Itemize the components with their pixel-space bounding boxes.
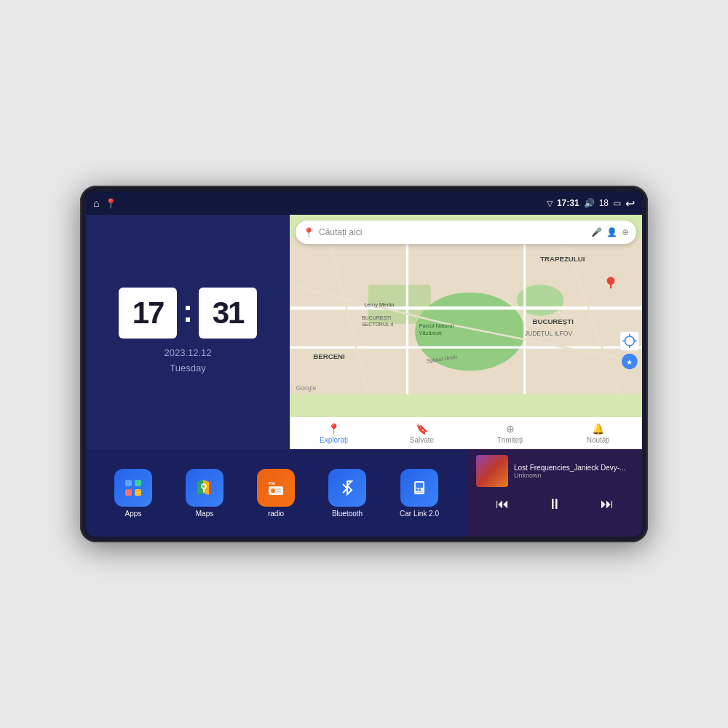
svg-marker-40 (209, 480, 212, 495)
map-nav-saved-label: Salvate (410, 436, 434, 444)
music-next-button[interactable]: ⏭ (595, 494, 620, 515)
car-head-unit: ⌂ 📍 ▽ 17:31 🔊 18 ▭ ↩ 17 : (80, 186, 648, 542)
svg-text:TRAPEZULUI: TRAPEZULUI (540, 255, 585, 263)
music-text: Lost Frequencies_Janieck Devy-... Unknow… (514, 464, 633, 479)
status-time: 17:31 (557, 198, 579, 208)
radio-label: radio (268, 510, 284, 518)
map-nav-explore[interactable]: 📍 Explorați (290, 423, 378, 444)
bottom-section: Apps (86, 449, 642, 537)
radio-icon-bg: FM (257, 469, 295, 507)
map-search-icons: 🎤 👤 ⊕ (591, 227, 629, 237)
clock-colon: : (183, 294, 193, 329)
map-search-placeholder[interactable]: Căutați aici (319, 227, 587, 237)
svg-text:SECTORUL 4: SECTORUL 4 (362, 322, 394, 327)
device-screen: ⌂ 📍 ▽ 17:31 🔊 18 ▭ ↩ 17 : (86, 191, 642, 537)
maps-icon-bg (186, 469, 223, 507)
map-bottom-nav: 📍 Explorați 🔖 Salvate ⊕ Trimiteți 🔔 (290, 417, 642, 449)
svg-rect-33 (125, 480, 132, 486)
clock-hour: 17 (119, 288, 177, 339)
svg-rect-34 (135, 480, 141, 486)
clock-minute: 31 (199, 288, 257, 339)
top-section: 17 : 31 2023.12.12 Tuesday 📍 Căutați aic… (86, 215, 642, 449)
bluetooth-icon-item[interactable]: Bluetooth (328, 469, 366, 518)
map-location-icon: 📍 (303, 227, 314, 238)
battery-icon: ▭ (613, 198, 621, 208)
svg-text:BUCUREȘTI: BUCUREȘTI (532, 317, 574, 325)
map-search-bar[interactable]: 📍 Căutați aici 🎤 👤 ⊕ (296, 221, 636, 244)
svg-text:BUCUREȘTI: BUCUREȘTI (362, 315, 391, 321)
svg-text:BERCENI: BERCENI (313, 352, 345, 360)
status-right: ▽ 17:31 🔊 18 ▭ ↩ (547, 197, 635, 210)
svg-rect-35 (125, 489, 132, 496)
music-play-button[interactable]: ⏸ (542, 493, 568, 515)
clock-display: 17 : 31 (119, 288, 257, 339)
carlink-label: Car Link 2.0 (400, 510, 439, 518)
map-body: TRAPEZULUI BUCUREȘTI JUDEȚUL ILFOV BERCE… (290, 215, 642, 417)
map-widget: 📍 Căutați aici 🎤 👤 ⊕ (290, 215, 642, 449)
clock-date: 2023.12.12 Tuesday (164, 346, 211, 376)
apps-label: Apps (125, 510, 142, 518)
main-content: 17 : 31 2023.12.12 Tuesday 📍 Căutați aic… (86, 215, 642, 537)
svg-text:Google: Google (296, 384, 317, 392)
music-prev-button[interactable]: ⏮ (490, 494, 515, 515)
music-player: Lost Frequencies_Janieck Devy-... Unknow… (467, 449, 642, 537)
volume-icon: 🔊 (584, 198, 595, 208)
home-icon[interactable]: ⌂ (93, 197, 99, 209)
map-nav-send[interactable]: ⊕ Trimiteți (466, 423, 554, 444)
apps-icon-bg (114, 469, 152, 507)
news-icon: 🔔 (592, 423, 604, 435)
svg-point-44 (271, 488, 275, 493)
music-title: Lost Frequencies_Janieck Devy-... (514, 464, 633, 472)
music-info: Lost Frequencies_Janieck Devy-... Unknow… (476, 455, 633, 487)
signal-icon: ▽ (547, 199, 553, 208)
map-nav-news-label: Noutăți (587, 436, 610, 444)
svg-rect-49 (416, 483, 423, 488)
status-bar: ⌂ 📍 ▽ 17:31 🔊 18 ▭ ↩ (86, 191, 642, 215)
svg-text:FM: FM (269, 481, 275, 486)
map-nav-explore-label: Explorați (320, 436, 348, 444)
map-nav-news[interactable]: 🔔 Noutăți (554, 423, 642, 444)
svg-text:Parcul Natural: Parcul Natural (419, 323, 454, 329)
battery-level: 18 (599, 198, 609, 208)
svg-rect-36 (135, 489, 141, 496)
svg-rect-52 (416, 491, 423, 493)
svg-rect-50 (416, 488, 418, 491)
bluetooth-icon-bg (328, 469, 366, 507)
music-thumbnail (476, 455, 508, 487)
maps-label: Maps (196, 510, 213, 518)
mic-icon[interactable]: 🎤 (591, 227, 602, 237)
radio-icon-item[interactable]: FM radio (257, 469, 295, 518)
clock-widget: 17 : 31 2023.12.12 Tuesday (86, 215, 290, 449)
music-controls: ⏮ ⏸ ⏭ (476, 493, 633, 515)
svg-rect-45 (277, 488, 281, 490)
explore-icon: 📍 (328, 423, 340, 435)
svg-rect-51 (419, 488, 421, 491)
back-icon[interactable]: ↩ (625, 197, 635, 210)
svg-text:JUDEȚUL ILFOV: JUDEȚUL ILFOV (525, 330, 573, 337)
send-icon: ⊕ (506, 423, 515, 435)
svg-rect-46 (277, 491, 281, 492)
svg-text:★: ★ (626, 358, 633, 366)
svg-text:Văcărești: Văcărești (419, 330, 442, 336)
layers-icon[interactable]: ⊕ (622, 227, 629, 237)
apps-icon-item[interactable]: Apps (114, 469, 152, 518)
carlink-icon-bg (400, 469, 438, 507)
account-icon[interactable]: 👤 (606, 227, 617, 237)
svg-text:Leroy Merlin: Leroy Merlin (364, 301, 394, 308)
music-artist: Unknown (514, 472, 633, 479)
bluetooth-label: Bluetooth (332, 510, 363, 518)
maps-icon-item[interactable]: Maps (186, 469, 223, 518)
maps-pin-icon[interactable]: 📍 (105, 198, 116, 209)
status-left: ⌂ 📍 (93, 197, 116, 209)
map-nav-send-label: Trimiteți (497, 436, 523, 444)
app-icons-area: Apps (86, 449, 467, 537)
saved-icon: 🔖 (416, 423, 428, 435)
map-nav-saved[interactable]: 🔖 Salvate (378, 423, 466, 444)
carlink-icon-item[interactable]: Car Link 2.0 (400, 469, 439, 518)
